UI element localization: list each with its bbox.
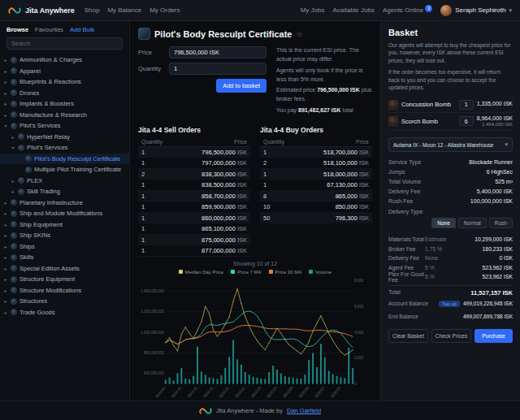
caret-icon[interactable]: ▸: [3, 90, 8, 96]
currency-suffix: ISK: [359, 181, 369, 188]
sell-orders-title: Jita 4-4 Sell Orders: [138, 126, 250, 134]
home-logo-link[interactable]: Jita Anywhere: [8, 6, 75, 15]
svg-text:8,000: 8,000: [354, 279, 364, 283]
sidebar-category-item[interactable]: ▸ Drones: [0, 88, 129, 99]
sidebar-category-item[interactable]: Pilot's Body Resculpt Certificate: [0, 154, 129, 165]
caret-icon[interactable]: ▸: [3, 254, 8, 260]
sidebar-category-item[interactable]: ▸ Trade Goods: [0, 307, 129, 318]
top-up-button[interactable]: Top up: [439, 301, 460, 307]
caret-icon[interactable]: ▸: [11, 188, 15, 194]
svg-text:2024-08: 2024-08: [330, 386, 342, 399]
caret-icon[interactable]: ▸: [3, 244, 8, 249]
check-prices-button[interactable]: Check Prices: [431, 329, 471, 343]
sidebar-category-item[interactable]: ▸ Planetary Infrastructure: [0, 197, 129, 209]
nav-link[interactable]: Shop: [84, 6, 100, 14]
sidebar-category-item[interactable]: ▸ Ammunition & Charges: [0, 54, 129, 66]
caret-icon[interactable]: ▾: [11, 145, 15, 150]
category-label: Drones: [20, 89, 39, 97]
sidebar-category-item[interactable]: ▸ Special Edition Assets: [0, 263, 129, 275]
caret-icon[interactable]: ▸: [3, 79, 8, 84]
purchase-form: Price Quantity Add to basket This is the…: [138, 46, 372, 118]
category-label: Ships: [20, 243, 35, 250]
caret-icon[interactable]: ▸: [3, 57, 8, 63]
sidebar-category-item[interactable]: ▸ Blueprints & Reactions: [0, 76, 129, 88]
add-to-basket-button[interactable]: Add to basket: [216, 79, 266, 93]
sidebar-category-item[interactable]: ▸ HyperNet Relay: [0, 132, 129, 143]
top-link[interactable]: Agents Online 3: [383, 6, 432, 14]
quantity-input[interactable]: [169, 63, 266, 75]
author-link[interactable]: Dan Garfield: [287, 407, 321, 414]
sidebar-category-item[interactable]: ▸ Ship and Module Modifications: [0, 208, 129, 219]
service-row: Jumps 6 HighSec: [388, 167, 513, 176]
sidebar-category-item[interactable]: ▸ Skills: [0, 252, 129, 263]
sidebar-category-item[interactable]: ▾ Pilot's Services: [0, 142, 129, 154]
clear-basket-button[interactable]: Clear Basket: [388, 329, 428, 343]
sidebar-category-item[interactable]: ▸ Apparel: [0, 66, 129, 77]
table-row: 1 865,100,000 ISK: [138, 223, 250, 235]
caret-icon[interactable]: ▸: [3, 222, 8, 227]
sidebar-category-item[interactable]: ▾ Pilot's Services: [0, 120, 129, 132]
caret-icon[interactable]: ▸: [3, 112, 8, 118]
top-link[interactable]: My Jobs: [301, 6, 325, 14]
caret-icon[interactable]: ▾: [3, 123, 8, 128]
sidebar-category-item[interactable]: ▸ Structure Modifications: [0, 285, 129, 297]
caret-icon[interactable]: ▸: [3, 310, 8, 315]
account-balance-value: 499,019,226,945 ISK: [463, 301, 513, 306]
sidebar-category-item[interactable]: ▸ Manufacture & Research: [0, 110, 129, 121]
total-value: 11,527,157 ISK: [470, 289, 513, 297]
basket-item-total: 1,335,000 ISK: [477, 101, 513, 107]
sidebar-category-item[interactable]: ▸ Ship SKINs: [0, 230, 129, 241]
service-row: Rush Fee 100,000,000 ISK: [388, 196, 513, 206]
caret-icon[interactable]: ▸: [3, 298, 8, 304]
station-select[interactable]: Autama IX - Moon 12 - Aliastra Warehouse: [388, 137, 513, 152]
caret-icon[interactable]: ▸: [3, 266, 8, 271]
basket-qty-input[interactable]: [459, 116, 474, 126]
category-tree: ▸ Ammunition & Charges ▸ Apparel ▸ Bluep…: [0, 54, 129, 318]
delivery-option-button[interactable]: Normal: [458, 218, 487, 228]
end-balance-row: End Balance 499,007,699,788 ISK: [388, 311, 513, 323]
purchase-button[interactable]: Purchase: [474, 329, 513, 343]
username: Seraph Sephiroth: [455, 6, 505, 14]
nav-link[interactable]: My Balance: [107, 6, 141, 14]
sidebar-category-item[interactable]: ▸ Ship Equipment: [0, 219, 129, 231]
user-menu[interactable]: Seraph Sephiroth: [440, 5, 512, 16]
caret-icon[interactable]: ▸: [3, 210, 8, 216]
order-price: 860,000,000: [202, 214, 236, 222]
favorite-star-icon[interactable]: [297, 30, 303, 38]
category-label: Trade Goods: [20, 309, 55, 316]
caret-icon[interactable]: ▸: [3, 68, 8, 74]
caret-icon[interactable]: ▸: [3, 101, 8, 106]
caret-icon[interactable]: ▸: [3, 276, 8, 282]
caret-icon[interactable]: ▸: [11, 134, 15, 140]
sidebar-category-item[interactable]: ▸ Skill Trading: [0, 186, 129, 197]
basket-note: If the order becomes too expensive, it w…: [388, 68, 513, 91]
sidebar-category-item[interactable]: Multiple Pilot Training Certificate: [0, 164, 129, 175]
service-row: Service Type Blockade Runner: [388, 157, 513, 167]
caret-icon[interactable]: ▸: [11, 178, 15, 184]
service-row: Total Volume 525 m³: [388, 176, 513, 186]
sidebar-tab[interactable]: Browse: [6, 26, 28, 33]
sidebar-tab[interactable]: Favourites: [35, 26, 63, 33]
basket-item-unit-price: 1,494,000 ISK: [477, 122, 513, 128]
caret-icon[interactable]: ▸: [3, 200, 8, 206]
basket-qty-input[interactable]: [459, 100, 474, 110]
sidebar-tab[interactable]: Add Bulk: [70, 26, 94, 33]
sidebar-category-item[interactable]: ▸ Ships: [0, 241, 129, 253]
nav-link[interactable]: My Orders: [150, 6, 180, 14]
basket-note: Our agents will attempt to buy the cheap…: [388, 41, 513, 64]
order-quantity: 1: [141, 236, 145, 244]
delivery-option-button[interactable]: None: [431, 218, 456, 228]
category-icon: [11, 89, 17, 96]
top-link[interactable]: Available Jobs: [333, 6, 375, 14]
sidebar-category-item[interactable]: ▸ Structures: [0, 296, 129, 307]
price-input[interactable]: [169, 46, 266, 58]
caret-icon[interactable]: ▸: [3, 288, 8, 293]
delivery-option-button[interactable]: Rush: [489, 218, 513, 228]
search-input[interactable]: [6, 37, 123, 50]
sidebar-category-item[interactable]: ▸ PLEX: [0, 175, 129, 187]
sidebar-category-item[interactable]: ▸ Structure Equipment: [0, 274, 129, 285]
svg-text:2023-12: 2023-12: [202, 386, 214, 399]
caret-icon[interactable]: ▸: [3, 232, 8, 238]
sidebar-category-item[interactable]: ▸ Implants & Boosters: [0, 98, 129, 110]
note-line: Agents will only book if the price is le…: [276, 67, 372, 84]
